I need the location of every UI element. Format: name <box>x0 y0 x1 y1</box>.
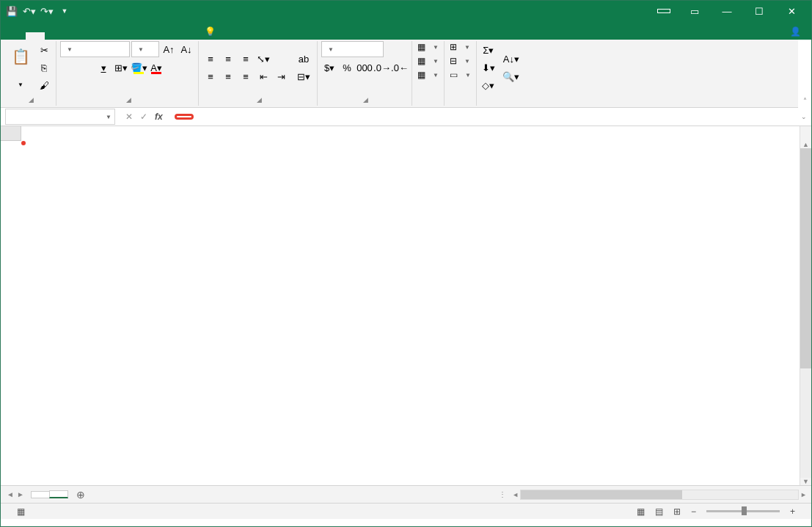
spreadsheet-grid: ▲ ▼ <box>1 126 811 485</box>
number-format-combo[interactable]: ▼ <box>321 41 384 57</box>
decrease-font-icon[interactable]: A↓ <box>178 41 194 57</box>
sheet-nav-prev-icon[interactable]: ◄ <box>5 490 15 498</box>
macro-record-icon[interactable]: ▦ <box>17 506 25 517</box>
ribbon-display-icon[interactable]: ▭ <box>679 1 710 21</box>
group-font: ▼ ▼ A↑ A↓ ▾ ⊞▾ 🪣▾ A▾ ◢ <box>56 41 199 106</box>
fill-icon[interactable]: ⬇▾ <box>480 59 497 76</box>
formula-bar[interactable] <box>173 109 797 125</box>
view-normal-icon[interactable]: ▦ <box>637 506 645 517</box>
underline-button[interactable]: ▾ <box>95 59 111 76</box>
sheet-tab-1[interactable] <box>49 490 68 498</box>
cancel-formula-icon[interactable]: ✕ <box>125 112 133 122</box>
conditional-formatting-button[interactable]: ▦▼ <box>416 41 440 53</box>
decrease-indent-icon[interactable]: ⇤ <box>255 68 271 84</box>
name-box[interactable]: ▼ <box>5 109 115 125</box>
delete-icon: ⊟ <box>450 56 457 66</box>
sheet-nav-next-icon[interactable]: ► <box>15 490 26 498</box>
zoom-in-icon[interactable]: + <box>790 506 795 517</box>
find-select-icon[interactable]: 🔍▾ <box>502 68 521 84</box>
hscroll-track[interactable] <box>520 490 799 500</box>
align-bottom-icon[interactable]: ≡ <box>238 51 254 67</box>
view-page-layout-icon[interactable]: ▤ <box>655 506 663 517</box>
wrap-text-icon[interactable]: ab <box>294 51 313 67</box>
percent-icon[interactable]: % <box>339 59 355 76</box>
delete-cells-button[interactable]: ⊟▼ <box>448 55 472 67</box>
view-page-break-icon[interactable]: ⊞ <box>673 506 681 517</box>
tab-data[interactable] <box>102 32 121 40</box>
tab-home[interactable] <box>26 32 45 40</box>
tell-me[interactable]: 💡 <box>197 23 226 40</box>
clear-icon[interactable]: ◇▾ <box>480 77 497 93</box>
fill-color-icon[interactable]: 🪣▾ <box>131 59 147 76</box>
format-icon: ▭ <box>450 70 458 80</box>
cut-icon[interactable]: ✂ <box>36 42 52 58</box>
cell-styles-button[interactable]: ▦▼ <box>416 69 440 81</box>
align-middle-icon[interactable]: ≡ <box>220 51 236 67</box>
tab-insert[interactable] <box>45 32 64 40</box>
zoom-out-icon[interactable]: − <box>691 506 696 517</box>
bulb-icon: 💡 <box>205 26 216 37</box>
italic-button[interactable] <box>78 59 94 76</box>
insert-icon: ⊞ <box>450 42 457 52</box>
orientation-icon[interactable]: ⤡▾ <box>255 51 271 67</box>
tab-formulas[interactable] <box>83 32 102 40</box>
font-name-combo[interactable]: ▼ <box>60 41 130 57</box>
increase-indent-icon[interactable]: ⇥ <box>273 68 289 84</box>
redo-icon[interactable]: ↷▾ <box>40 4 54 18</box>
save-icon[interactable]: 💾 <box>5 4 18 18</box>
bold-button[interactable] <box>60 59 76 76</box>
tab-page-layout[interactable] <box>64 32 83 40</box>
maximize-icon[interactable]: ☐ <box>744 1 775 21</box>
insert-cells-button[interactable]: ⊞▼ <box>448 41 472 53</box>
fx-icon[interactable]: fx <box>155 112 163 122</box>
tab-developer[interactable] <box>159 32 178 40</box>
format-cells-button[interactable]: ▭▼ <box>448 69 472 81</box>
font-color-icon[interactable]: A▾ <box>148 59 164 76</box>
font-size-combo[interactable]: ▼ <box>131 41 159 57</box>
launcher-icon[interactable]: ◢ <box>126 96 131 103</box>
signin-button[interactable] <box>657 9 670 13</box>
scroll-left-icon[interactable]: ◄ <box>512 491 519 498</box>
format-painter-icon[interactable]: 🖌 <box>36 77 52 93</box>
expand-formula-bar-icon[interactable]: ⌄ <box>797 113 811 120</box>
autosum-icon[interactable]: Σ▾ <box>480 42 497 58</box>
increase-font-icon[interactable]: A↑ <box>161 41 177 57</box>
vscroll-track[interactable] <box>800 148 811 478</box>
scroll-down-icon[interactable]: ▼ <box>800 478 811 485</box>
launcher-icon[interactable]: ◢ <box>29 96 34 103</box>
launcher-icon[interactable]: ◢ <box>363 96 368 103</box>
launcher-icon[interactable]: ◢ <box>257 96 262 103</box>
align-right-icon[interactable]: ≡ <box>238 68 254 84</box>
scroll-up-icon[interactable]: ▲ <box>800 141 811 148</box>
decrease-decimal-icon[interactable]: .0← <box>392 59 408 76</box>
close-icon[interactable]: ✕ <box>776 1 807 21</box>
tab-view[interactable] <box>140 32 159 40</box>
format-as-table-button[interactable]: ▦▼ <box>416 55 440 67</box>
new-sheet-icon[interactable]: ⊕ <box>73 489 89 501</box>
qat-customize-icon[interactable]: ▼ <box>58 4 71 18</box>
tab-file[interactable] <box>7 32 26 40</box>
group-alignment: ≡ ≡ ≡ ⤡▾ ≡ ≡ ≡ ⇤ ⇥ ab ⊟▾ ◢ <box>199 41 318 106</box>
align-top-icon[interactable]: ≡ <box>202 51 219 67</box>
scroll-right-icon[interactable]: ► <box>800 491 807 498</box>
select-all-corner[interactable] <box>1 126 21 141</box>
currency-icon[interactable]: $▾ <box>321 59 337 76</box>
enter-formula-icon[interactable]: ✓ <box>140 112 147 122</box>
sheet-tab-0[interactable] <box>31 491 50 498</box>
tab-help[interactable] <box>178 32 197 40</box>
align-left-icon[interactable]: ≡ <box>202 68 219 84</box>
paste-button[interactable]: 📋 ▼ <box>7 45 34 90</box>
tab-review[interactable] <box>121 32 140 40</box>
increase-decimal-icon[interactable]: .0→ <box>374 59 390 76</box>
merge-icon[interactable]: ⊟▾ <box>294 68 313 84</box>
thousands-icon[interactable]: 000 <box>356 59 373 76</box>
minimize-icon[interactable]: — <box>712 1 742 21</box>
sort-filter-icon[interactable]: A↓▾ <box>502 51 521 67</box>
borders-icon[interactable]: ⊞▾ <box>113 59 129 76</box>
zoom-slider[interactable] <box>706 510 780 512</box>
share-button[interactable]: 👤 <box>783 23 811 40</box>
copy-icon[interactable]: ⎘ <box>36 59 52 76</box>
undo-icon[interactable]: ↶▾ <box>23 4 36 18</box>
align-center-icon[interactable]: ≡ <box>220 68 236 84</box>
collapse-ribbon-icon[interactable]: ˄ <box>798 40 811 108</box>
